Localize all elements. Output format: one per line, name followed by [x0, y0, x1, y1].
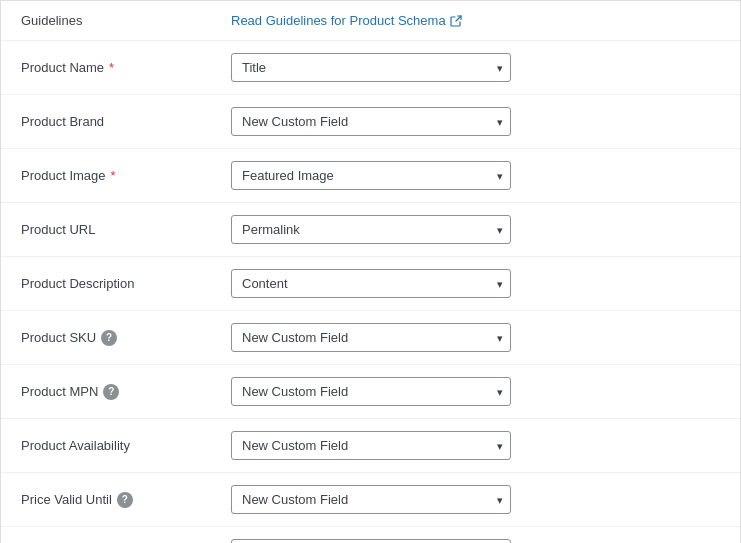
label-product-url: Product URL — [21, 222, 231, 237]
form-row-product-image: Product Image *Featured ImageNew Custom … — [1, 149, 740, 203]
help-icon-product-mpn[interactable]: ? — [103, 384, 119, 400]
select-wrapper-product-brand: New Custom FieldTitleContentPermalinkFea… — [231, 107, 511, 136]
select-product-url[interactable]: PermalinkNew Custom FieldTitleContentFea… — [231, 215, 511, 244]
form-row-product-sku: Product SKU?New Custom FieldTitleContent… — [1, 311, 740, 365]
guidelines-label: Guidelines — [21, 13, 231, 28]
select-product-description[interactable]: ContentNew Custom FieldTitlePermalinkFea… — [231, 269, 511, 298]
label-product-mpn: Product MPN? — [21, 384, 231, 400]
guidelines-link[interactable]: Read Guidelines for Product Schema — [231, 13, 462, 28]
select-wrapper-product-url: PermalinkNew Custom FieldTitleContentFea… — [231, 215, 511, 244]
label-text-product-url: Product URL — [21, 222, 95, 237]
form-fields-container: Product Name *TitleNew Custom FieldConte… — [1, 41, 740, 543]
label-product-name: Product Name * — [21, 60, 231, 75]
help-icon-product-sku[interactable]: ? — [101, 330, 117, 346]
help-icon-price-valid-until[interactable]: ? — [117, 492, 133, 508]
required-star-product-image: * — [111, 168, 116, 183]
select-product-mpn[interactable]: New Custom FieldTitleContentPermalinkFea… — [231, 377, 511, 406]
select-product-name[interactable]: TitleNew Custom FieldContentPermalinkFea… — [231, 53, 511, 82]
label-product-image: Product Image * — [21, 168, 231, 183]
label-product-sku: Product SKU? — [21, 330, 231, 346]
form-row-product-mpn: Product MPN?New Custom FieldTitleContent… — [1, 365, 740, 419]
form-row-price-valid-until: Price Valid Until?New Custom FieldTitleC… — [1, 473, 740, 527]
settings-form: Guidelines Read Guidelines for Product S… — [0, 0, 741, 543]
select-wrapper-price-valid-until: New Custom FieldTitleContentPermalinkFea… — [231, 485, 511, 514]
form-row-product-brand: Product BrandNew Custom FieldTitleConten… — [1, 95, 740, 149]
form-row-product-name: Product Name *TitleNew Custom FieldConte… — [1, 41, 740, 95]
label-text-product-brand: Product Brand — [21, 114, 104, 129]
label-text-product-mpn: Product MPN — [21, 384, 98, 399]
form-row-product-price: Product PriceNew Custom FieldTitleConten… — [1, 527, 740, 543]
label-text-product-name: Product Name — [21, 60, 104, 75]
select-wrapper-product-image: Featured ImageNew Custom FieldTitleConte… — [231, 161, 511, 190]
select-product-brand[interactable]: New Custom FieldTitleContentPermalinkFea… — [231, 107, 511, 136]
select-wrapper-product-description: ContentNew Custom FieldTitlePermalinkFea… — [231, 269, 511, 298]
label-text-product-description: Product Description — [21, 276, 134, 291]
required-star-product-name: * — [109, 60, 114, 75]
form-row-product-description: Product DescriptionContentNew Custom Fie… — [1, 257, 740, 311]
label-text-price-valid-until: Price Valid Until — [21, 492, 112, 507]
label-text-product-sku: Product SKU — [21, 330, 96, 345]
label-product-brand: Product Brand — [21, 114, 231, 129]
select-wrapper-product-availability: New Custom FieldTitleContentPermalinkFea… — [231, 431, 511, 460]
guidelines-row: Guidelines Read Guidelines for Product S… — [1, 1, 740, 41]
label-product-description: Product Description — [21, 276, 231, 291]
select-product-image[interactable]: Featured ImageNew Custom FieldTitleConte… — [231, 161, 511, 190]
select-product-availability[interactable]: New Custom FieldTitleContentPermalinkFea… — [231, 431, 511, 460]
select-wrapper-product-name: TitleNew Custom FieldContentPermalinkFea… — [231, 53, 511, 82]
label-text-product-availability: Product Availability — [21, 438, 130, 453]
form-row-product-url: Product URLPermalinkNew Custom FieldTitl… — [1, 203, 740, 257]
select-wrapper-product-mpn: New Custom FieldTitleContentPermalinkFea… — [231, 377, 511, 406]
guidelines-link-text: Read Guidelines for Product Schema — [231, 13, 446, 28]
label-text-product-image: Product Image — [21, 168, 106, 183]
select-wrapper-product-sku: New Custom FieldTitleContentPermalinkFea… — [231, 323, 511, 352]
select-product-price[interactable]: New Custom FieldTitleContentPermalinkFea… — [231, 539, 511, 543]
select-product-sku[interactable]: New Custom FieldTitleContentPermalinkFea… — [231, 323, 511, 352]
label-product-availability: Product Availability — [21, 438, 231, 453]
external-link-icon — [450, 15, 462, 27]
label-price-valid-until: Price Valid Until? — [21, 492, 231, 508]
select-price-valid-until[interactable]: New Custom FieldTitleContentPermalinkFea… — [231, 485, 511, 514]
form-row-product-availability: Product AvailabilityNew Custom FieldTitl… — [1, 419, 740, 473]
select-wrapper-product-price: New Custom FieldTitleContentPermalinkFea… — [231, 539, 511, 543]
